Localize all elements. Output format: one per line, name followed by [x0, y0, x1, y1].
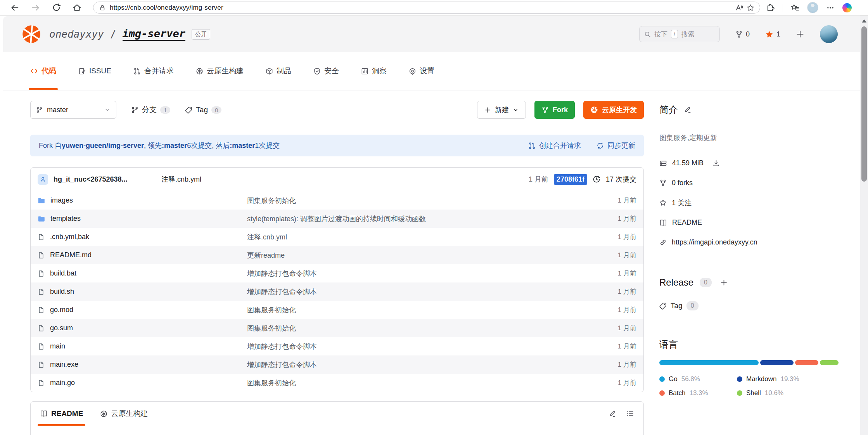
tab-cloud-native-build[interactable]: 云原生构建 — [196, 52, 244, 90]
branches-stat[interactable]: 分支 1 — [131, 105, 170, 115]
forks-row[interactable]: 0 forks — [659, 178, 839, 188]
repo-name[interactable]: img-server — [123, 28, 186, 41]
favorites-bar-icon[interactable] — [791, 3, 799, 12]
header-star-count[interactable]: 1 — [765, 30, 780, 38]
website-link[interactable]: https://imgapi.onedayxyy.cn — [672, 238, 757, 246]
header-fork-count[interactable]: 0 — [735, 30, 750, 38]
extensions-icon[interactable] — [766, 3, 775, 12]
file-commit-message[interactable]: 增加静态打包命令脚本 — [247, 287, 594, 296]
file-row[interactable]: images 图集服务初始化 1 月前 — [31, 191, 643, 210]
commit-message[interactable]: 注释.cnb.yml — [161, 175, 201, 184]
fork-source-repo-link[interactable]: yuwen-gueen/img-server — [62, 142, 144, 150]
file-commit-message[interactable]: 注释.cnb.yml — [247, 232, 594, 242]
commit-hash[interactable]: 2708f61f — [554, 174, 587, 185]
website-row[interactable]: https://imgapi.onedayxyy.cn — [659, 237, 839, 248]
file-commit-message[interactable]: 更新readme — [247, 251, 594, 260]
file-row[interactable]: main 增加静态打包命令脚本 1 月前 — [31, 337, 643, 355]
new-button[interactable]: 新建 — [477, 101, 526, 119]
more-options-icon[interactable] — [826, 3, 835, 12]
file-commit-message[interactable]: 图集服务初始化 — [247, 305, 594, 315]
read-aloud-icon[interactable] — [735, 4, 743, 12]
file-row[interactable]: build.sh 增加静态打包命令脚本 1 月前 — [31, 282, 643, 301]
home-icon[interactable] — [73, 3, 81, 12]
repo-owner[interactable]: onedayxyy — [49, 28, 104, 40]
file-browser-card: hg_it_nuc<26752638... 注释.cnb.yml 1 月前 27… — [30, 167, 644, 392]
download-icon[interactable] — [712, 159, 720, 167]
tab-artifacts[interactable]: 制品 — [266, 52, 291, 90]
file-row[interactable]: main.go 图集服务初始化 1 月前 — [31, 374, 643, 392]
scrollbar-up-arrow[interactable] — [862, 19, 866, 23]
release-title[interactable]: Release — [659, 277, 693, 288]
file-name[interactable]: images — [50, 196, 73, 205]
search-input[interactable]: 按下 / 搜索 — [639, 26, 720, 42]
folder-icon — [38, 215, 45, 222]
file-name[interactable]: go.mod — [50, 306, 73, 314]
file-commit-message[interactable]: 图集服务初始化 — [247, 378, 594, 388]
tab-label: ISSUE — [89, 67, 111, 75]
file-commit-message[interactable]: 图集服务初始化 — [247, 196, 594, 205]
repo-tab-bar: 代码 ISSUE 合并请求 云原生构建 制品 安全 洞察 设置 — [3, 52, 865, 90]
file-commit-message[interactable]: 增加静态打包命令脚本 — [247, 342, 594, 351]
sync-update-link[interactable]: 同步更新 — [597, 141, 635, 150]
file-row[interactable]: go.sum 图集服务初始化 1 月前 — [31, 319, 643, 337]
file-commit-message[interactable]: 增加静态打包命令脚本 — [247, 269, 594, 278]
commit-history-link[interactable]: 17 次提交 — [606, 175, 636, 184]
create-merge-request-link[interactable]: 创建合并请求 — [528, 141, 581, 150]
branch-selector[interactable]: master — [30, 101, 116, 119]
lang-bar-segment-batch — [795, 360, 818, 365]
tab-code[interactable]: 代码 — [30, 52, 56, 90]
merge-request-icon — [528, 142, 536, 149]
file-row[interactable]: main.exe 增加静态打包命令脚本 1 月前 — [31, 355, 643, 374]
file-name[interactable]: go.sum — [50, 324, 73, 332]
address-bar[interactable]: https://cnb.cool/onedayxyy/img-server — [93, 2, 760, 14]
file-commit-message[interactable]: 增加静态打包命令脚本 — [247, 360, 594, 369]
cloud-native-dev-button[interactable]: 云原生开发 — [583, 101, 644, 119]
tags-stat[interactable]: Tag 0 — [185, 106, 221, 114]
file-row[interactable]: README.md 更新readme 1 月前 — [31, 246, 643, 264]
sidebar-tag-row[interactable]: Tag 0 — [659, 301, 839, 310]
package-icon — [266, 68, 273, 75]
file-row[interactable]: .cnb.yml,bak 注释.cnb.yml 1 月前 — [31, 228, 643, 246]
tab-insights[interactable]: 洞察 — [361, 52, 387, 90]
file-name[interactable]: .cnb.yml,bak — [50, 233, 89, 241]
file-row[interactable]: build.bat 增加静态打包命令脚本 1 月前 — [31, 264, 643, 282]
fork-button[interactable]: Fork — [534, 101, 575, 119]
url-text[interactable]: https://cnb.cool/onedayxyy/img-server — [110, 4, 731, 12]
file-row[interactable]: go.mod 图集服务初始化 1 月前 — [31, 301, 643, 319]
commit-author-avatar[interactable] — [38, 174, 48, 185]
cnb-logo-icon[interactable] — [21, 24, 41, 44]
favorite-star-icon[interactable] — [747, 4, 754, 12]
tab-security[interactable]: 安全 — [313, 52, 339, 90]
tab-issue[interactable]: ISSUE — [78, 52, 111, 90]
scrollbar-thumb[interactable] — [861, 26, 867, 182]
file-name[interactable]: build.sh — [50, 288, 74, 296]
file-commit-message[interactable]: style(templates): 调整图片过渡动画的持续时间和缓动函数 — [247, 214, 594, 224]
file-name[interactable]: build.bat — [50, 269, 76, 277]
tab-settings[interactable]: 设置 — [409, 52, 434, 90]
file-name[interactable]: main.go — [50, 379, 75, 387]
edit-pencil-icon[interactable] — [684, 106, 692, 114]
file-name[interactable]: README.md — [50, 251, 92, 259]
browser-profile-avatar[interactable] — [807, 2, 818, 13]
tab-readme[interactable]: README — [40, 402, 83, 426]
file-name[interactable]: main — [50, 342, 65, 350]
tab-merge-requests[interactable]: 合并请求 — [133, 52, 174, 90]
file-name[interactable]: main.exe — [50, 360, 78, 369]
file-commit-message[interactable]: 图集服务初始化 — [247, 324, 594, 333]
back-icon[interactable] — [10, 3, 19, 12]
page-scrollbar[interactable] — [860, 16, 868, 435]
file-name[interactable]: templates — [50, 215, 81, 223]
readme-row[interactable]: README — [659, 217, 839, 228]
create-new-icon[interactable] — [796, 30, 804, 38]
add-release-icon[interactable] — [720, 279, 728, 286]
watchers-row[interactable]: 1 关注 — [659, 198, 839, 208]
file-row[interactable]: templates style(templates): 调整图片过渡动画的持续时… — [31, 210, 643, 228]
edit-pencil-icon[interactable] — [609, 410, 616, 418]
tab-cloud-native-build-readme[interactable]: 云原生构建 — [100, 402, 148, 426]
forward-icon[interactable] — [31, 3, 40, 12]
copilot-icon[interactable] — [842, 3, 852, 12]
commit-author-name[interactable]: hg_it_nuc<26752638... — [54, 175, 161, 184]
user-avatar[interactable] — [820, 25, 838, 43]
outline-list-icon[interactable] — [626, 410, 634, 418]
refresh-icon[interactable] — [52, 3, 61, 12]
